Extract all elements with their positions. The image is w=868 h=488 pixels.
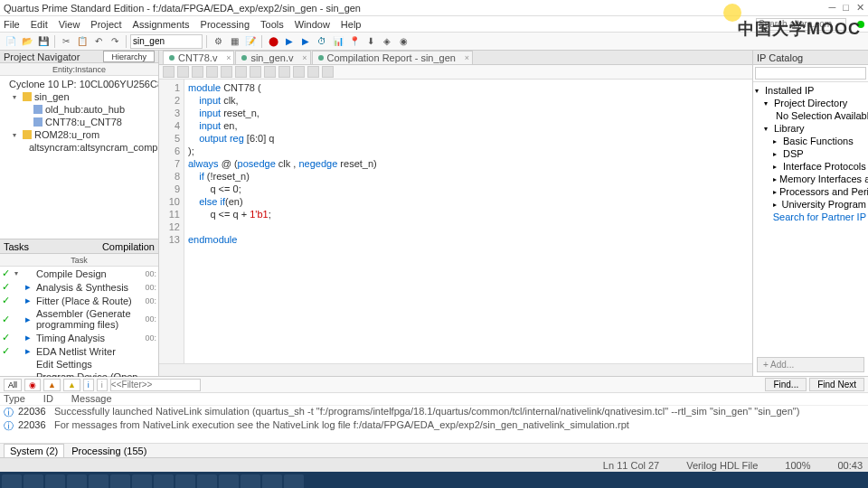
ed-icon[interactable] <box>221 66 232 78</box>
task-row[interactable]: ✓▸Timing Analysis00: <box>0 331 158 344</box>
ed-icon[interactable] <box>264 66 276 78</box>
task-icon[interactable] <box>45 474 65 488</box>
open-icon[interactable]: 📂 <box>20 34 34 49</box>
undo-icon[interactable]: ↶ <box>91 34 106 49</box>
menu-help[interactable]: Help <box>341 19 362 30</box>
tool2-icon[interactable]: ◉ <box>396 34 410 49</box>
task-icon[interactable] <box>24 474 43 488</box>
task-icon[interactable] <box>197 474 217 488</box>
processing-tab[interactable]: Processing (155) <box>71 446 146 456</box>
task-icon[interactable] <box>132 474 152 488</box>
task-row[interactable]: ✓▸Fitter (Place & Route)00: <box>0 294 158 307</box>
new-icon[interactable]: 📄 <box>4 34 18 49</box>
ed-icon[interactable] <box>322 66 334 78</box>
menu-tools[interactable]: Tools <box>260 19 284 30</box>
task-icon[interactable] <box>241 474 260 488</box>
ip-node[interactable]: No Selection Available <box>755 109 866 122</box>
ed-icon[interactable] <box>206 66 218 78</box>
ed-icon[interactable] <box>235 66 247 78</box>
ed-icon[interactable] <box>278 66 290 78</box>
report-icon[interactable]: 📊 <box>331 34 345 49</box>
hierarchy-dropdown[interactable]: Hierarchy <box>103 51 155 62</box>
message-row[interactable]: ⓘ22036For messages from NativeLink execu… <box>0 419 868 433</box>
editor-tab[interactable]: Compilation Report - sin_gen× <box>312 51 473 64</box>
ip-node[interactable]: ▾Project Directory <box>755 97 866 109</box>
tree-node[interactable]: old_hub:auto_hub <box>2 103 156 116</box>
filter-error-icon[interactable]: ◉ <box>24 379 41 391</box>
menu-project[interactable]: Project <box>90 19 121 30</box>
add-button[interactable]: + Add... <box>757 357 864 372</box>
menu-file[interactable]: File <box>4 19 20 30</box>
task-icon[interactable] <box>67 474 87 488</box>
ed-icon[interactable] <box>250 66 261 78</box>
find-next-button[interactable]: Find Next <box>809 378 864 391</box>
task-icon[interactable] <box>175 474 195 488</box>
ip-node[interactable]: ▾Library <box>755 122 866 135</box>
maximize-icon[interactable]: □ <box>843 2 849 14</box>
tasks-dropdown[interactable]: Compilation <box>102 241 155 252</box>
settings-icon[interactable]: ⚙ <box>211 34 225 49</box>
tree-node[interactable]: ▾sin_gen <box>2 90 156 103</box>
code-area[interactable]: module CNT78 ( input clk, input reset_n,… <box>184 80 752 363</box>
menu-window[interactable]: Window <box>295 19 330 30</box>
redo-icon[interactable]: ↷ <box>108 34 122 49</box>
ip-node[interactable]: ▸Interface Protocols <box>755 160 866 173</box>
menu-assignments[interactable]: Assignments <box>133 19 190 30</box>
find-button[interactable]: Find... <box>765 378 807 391</box>
ed-icon[interactable] <box>192 66 203 78</box>
tree-node[interactable]: CNT78:u_CNT78 <box>2 116 156 128</box>
analyze-icon[interactable]: ▶ <box>298 34 313 49</box>
ip-node[interactable]: ▾Installed IP <box>755 84 866 97</box>
filter-extra-icon[interactable]: i <box>97 379 108 391</box>
editor-tab[interactable]: CNT78.v× <box>163 51 234 64</box>
filter-critical-icon[interactable]: ▲ <box>43 379 61 391</box>
message-row[interactable]: ⓘ22036Successfully launched NativeLink s… <box>0 406 868 419</box>
filter-info-icon[interactable]: i <box>83 379 94 391</box>
stop-icon[interactable]: ⬤ <box>266 34 280 49</box>
message-filter-input[interactable] <box>110 379 201 391</box>
search-input[interactable] <box>756 18 846 31</box>
doc-icon[interactable]: 📝 <box>243 34 258 49</box>
task-row[interactable]: ✓▸Assembler (Generate programming files)… <box>0 307 158 331</box>
task-icon[interactable] <box>219 474 239 488</box>
chip-icon[interactable]: ▦ <box>227 34 241 49</box>
task-icon[interactable] <box>89 474 108 488</box>
project-combo[interactable] <box>130 34 203 49</box>
start-icon[interactable] <box>2 474 22 488</box>
ip-node[interactable]: Search for Partner IP <box>755 211 866 223</box>
timing-icon[interactable]: ⏱ <box>315 34 329 49</box>
task-icon[interactable] <box>284 474 304 488</box>
cut-icon[interactable]: ✂ <box>59 34 73 49</box>
horizontal-scrollbar[interactable] <box>159 363 752 376</box>
ip-node[interactable]: ▸Memory Interfaces and Controllers <box>755 173 866 185</box>
menu-view[interactable]: View <box>59 19 80 30</box>
filter-warning-icon[interactable]: ▲ <box>63 379 80 391</box>
ip-node[interactable]: ▸Processors and Peripherals <box>755 185 866 198</box>
tree-node[interactable]: ▾ROM28:u_rom <box>2 128 156 141</box>
task-row[interactable]: ✓▾Compile Design00: <box>0 267 158 280</box>
ed-icon[interactable] <box>177 66 189 78</box>
minimize-icon[interactable]: ─ <box>829 2 836 14</box>
filter-all[interactable]: All <box>4 379 22 391</box>
menu-processing[interactable]: Processing <box>201 19 250 30</box>
tree-node[interactable]: altsyncram:altsyncram_component <box>2 141 156 154</box>
tree-node[interactable]: Cyclone 10 LP: 10CL006YU256C8G <box>2 78 156 90</box>
pin-icon[interactable]: 📍 <box>347 34 362 49</box>
task-icon[interactable] <box>262 474 282 488</box>
ip-node[interactable]: ▸DSP <box>755 147 866 160</box>
close-icon[interactable]: ✕ <box>856 2 864 14</box>
editor-tab[interactable]: sin_gen.v× <box>235 51 310 64</box>
menu-edit[interactable]: Edit <box>31 19 48 30</box>
code-editor[interactable]: 12345678910111213 module CNT78 ( input c… <box>159 80 752 363</box>
ed-icon[interactable] <box>307 66 319 78</box>
tool1-icon[interactable]: ◈ <box>380 34 394 49</box>
compile-icon[interactable]: ▶ <box>282 34 297 49</box>
ip-search-input[interactable] <box>755 67 866 80</box>
system-tab[interactable]: System (2) <box>4 444 64 458</box>
task-icon[interactable] <box>154 474 174 488</box>
save-icon[interactable]: 💾 <box>36 34 51 49</box>
ed-icon[interactable] <box>293 66 305 78</box>
program-icon[interactable]: ⬇ <box>363 34 378 49</box>
ed-icon[interactable] <box>163 66 175 78</box>
task-icon[interactable] <box>110 474 130 488</box>
